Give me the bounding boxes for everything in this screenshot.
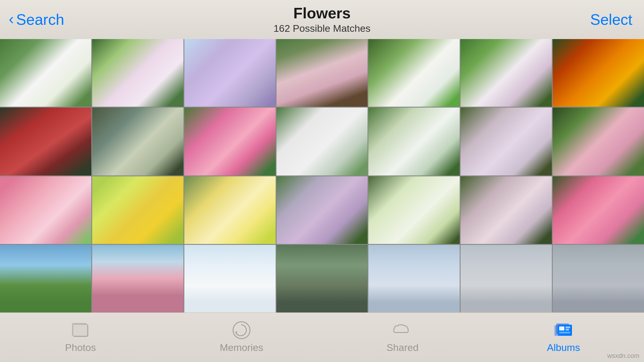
tab-memories[interactable]: Memories [161, 321, 322, 353]
page-title: Flowers [274, 5, 371, 22]
tab-bar: Photos Memories Shared [0, 312, 644, 362]
photo-cell[interactable] [368, 245, 460, 312]
select-button[interactable]: Select [590, 11, 632, 28]
albums-tab-label: Albums [547, 342, 580, 353]
header-title-group: Flowers 162 Possible Matches [274, 5, 371, 34]
photo-cell[interactable] [461, 39, 552, 107]
photo-cell[interactable] [0, 39, 91, 107]
photo-cell[interactable] [92, 39, 183, 107]
back-button[interactable]: ‹ Search [9, 11, 64, 28]
photo-cell[interactable] [461, 245, 552, 312]
photo-cell[interactable] [92, 176, 183, 244]
photo-cell[interactable] [461, 176, 552, 244]
memories-tab-icon [231, 321, 252, 339]
watermark: wsxdn.com [607, 352, 639, 360]
photo-cell[interactable] [184, 108, 276, 175]
tab-albums[interactable]: Albums [483, 321, 644, 353]
photo-cell[interactable] [92, 108, 183, 175]
photo-cell[interactable] [92, 245, 183, 312]
photo-cell[interactable] [184, 176, 276, 244]
tab-shared[interactable]: Shared [322, 321, 483, 353]
photo-cell[interactable] [0, 245, 91, 312]
match-count: 162 Possible Matches [274, 23, 371, 34]
back-chevron-icon: ‹ [9, 11, 14, 27]
shared-tab-label: Shared [386, 342, 419, 353]
albums-tab-icon [553, 321, 574, 339]
svg-rect-2 [73, 324, 88, 336]
albums-icon [554, 321, 573, 340]
photo-cell[interactable] [553, 245, 644, 312]
memories-tab-label: Memories [220, 342, 263, 353]
tab-photos[interactable]: Photos [0, 321, 161, 353]
shared-tab-icon [392, 321, 413, 339]
photo-cell[interactable] [368, 176, 460, 244]
photo-cell[interactable] [184, 245, 276, 312]
photo-grid [0, 39, 644, 312]
photo-cell[interactable] [553, 176, 644, 244]
memories-icon [232, 321, 251, 340]
photo-cell[interactable] [461, 108, 552, 175]
svg-rect-8 [559, 326, 564, 331]
photo-cell[interactable] [276, 108, 368, 175]
photo-cell[interactable] [368, 39, 460, 107]
photos-tab-icon [70, 321, 91, 339]
svg-rect-9 [566, 326, 570, 328]
back-label: Search [16, 11, 64, 28]
photos-icon [72, 322, 89, 339]
photos-tab-label: Photos [65, 342, 96, 353]
photo-cell[interactable] [553, 108, 644, 175]
photo-cell[interactable] [0, 176, 91, 244]
photo-cell[interactable] [553, 39, 644, 107]
photo-cell[interactable] [184, 39, 276, 107]
photo-cell[interactable] [368, 108, 460, 175]
photo-cell[interactable] [0, 108, 91, 175]
photo-cell[interactable] [276, 245, 368, 312]
photo-cell[interactable] [276, 39, 368, 107]
shared-icon [392, 322, 413, 339]
svg-marker-4 [235, 331, 237, 334]
photo-cell[interactable] [276, 176, 368, 244]
header: ‹ Search Flowers 162 Possible Matches Se… [0, 0, 644, 39]
svg-rect-10 [566, 329, 569, 331]
svg-rect-11 [559, 332, 570, 333]
